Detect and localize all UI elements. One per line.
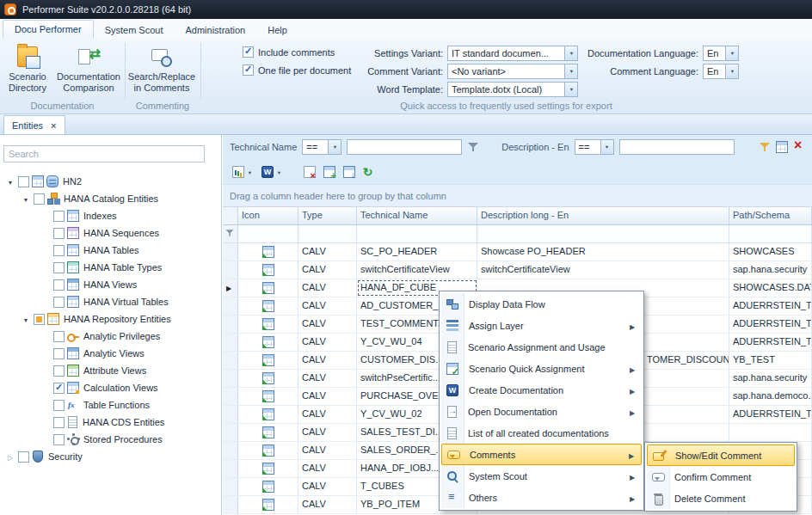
checkbox[interactable] <box>53 297 65 308</box>
close-icon[interactable]: × <box>51 120 56 131</box>
table-row[interactable]: CALVSC_PO_HEADERShowcase PO_HEADERSHOWCA… <box>223 243 812 261</box>
scenario-directory-button[interactable]: ScenarioDirectory <box>2 43 53 97</box>
menu-item-comments[interactable]: Comments <box>441 444 642 465</box>
tree-item-calculation-views[interactable]: Calculation Views <box>0 379 221 396</box>
column-header-path-schema[interactable]: Path/Schema <box>729 207 812 224</box>
column-header-description[interactable]: Description long - En <box>477 207 729 224</box>
apply-filter-button[interactable] <box>759 141 771 153</box>
expander-icon[interactable] <box>21 314 31 324</box>
one-file-per-document-checkbox[interactable]: One file per document <box>243 64 351 76</box>
chevron-down-icon[interactable] <box>725 64 738 78</box>
tree-item-hana-table-types[interactable]: HANA Table Types <box>0 259 221 276</box>
chevron-down-icon[interactable] <box>600 140 613 154</box>
checkbox[interactable] <box>53 417 65 428</box>
filter-cell[interactable] <box>238 225 298 242</box>
search-input[interactable] <box>3 145 205 162</box>
checkbox-icon[interactable] <box>243 64 254 76</box>
filter-cell[interactable] <box>298 225 357 242</box>
menu-item-display-data-flow[interactable]: Display Data Flow <box>441 293 642 315</box>
checkbox[interactable] <box>53 228 65 239</box>
submenu-item-show-edit-comment[interactable]: Show/Edit Comment <box>647 444 795 466</box>
menu-item-others[interactable]: Others <box>441 487 642 508</box>
column-header-technical-name[interactable]: Technical Name <box>357 207 477 224</box>
filter-cell[interactable] <box>357 225 477 242</box>
checkbox-icon[interactable] <box>243 46 254 58</box>
expander-icon[interactable] <box>5 451 15 462</box>
tree-item-hana-views[interactable]: HANA Views <box>0 276 221 293</box>
word-template-select[interactable]: Template.dotx (Local) <box>447 82 578 97</box>
tab-administration[interactable]: Administration <box>175 21 257 39</box>
tree-item-hana-tables[interactable]: HANA Tables <box>0 242 221 259</box>
filter-cell[interactable] <box>477 225 729 242</box>
filter-cell[interactable] <box>729 225 812 242</box>
checkbox[interactable] <box>53 365 65 377</box>
chevron-down-icon[interactable] <box>246 167 254 177</box>
checkbox[interactable] <box>53 262 65 273</box>
search-replace-comments-button[interactable]: Search/Replacein Comments <box>127 43 196 97</box>
menu-item-create-documentation[interactable]: Create Documentation <box>441 379 642 401</box>
column-header-icon[interactable]: Icon <box>238 207 298 224</box>
tree-item-analytic-views[interactable]: Analytic Views <box>0 345 221 362</box>
checkbox[interactable] <box>53 245 65 256</box>
remove-document-button[interactable] <box>301 163 318 181</box>
documentation-comparison-button[interactable]: DocumentationComparison <box>55 43 122 97</box>
tree-item-hana-cds-entities[interactable]: HANA CDS Entities <box>0 414 221 431</box>
checkbox[interactable] <box>53 400 65 411</box>
checkbox[interactable] <box>53 279 65 291</box>
checkbox[interactable] <box>53 331 65 342</box>
refresh-button[interactable] <box>360 163 378 181</box>
layout-settings-button[interactable] <box>776 141 788 153</box>
tree-item-hn2[interactable]: HN2 <box>0 173 221 190</box>
table-row[interactable]: CALVswitchCertificateViewswitchCertifica… <box>223 261 812 279</box>
submenu-item-delete-comment[interactable]: Delete Comment <box>647 487 795 509</box>
description-filter-input[interactable] <box>619 139 735 155</box>
tab-entities[interactable]: Entities × <box>3 115 65 134</box>
chevron-down-icon[interactable] <box>725 46 738 60</box>
export-grid-button[interactable] <box>341 163 358 181</box>
export-report-button[interactable] <box>230 163 256 181</box>
checkbox[interactable] <box>53 383 65 394</box>
chevron-down-icon[interactable] <box>275 167 283 177</box>
expander-icon[interactable] <box>5 176 15 187</box>
chevron-down-icon[interactable] <box>564 83 577 96</box>
checkbox[interactable] <box>18 451 29 463</box>
clear-filter-button[interactable] <box>793 141 805 153</box>
include-comments-checkbox[interactable]: Include comments <box>243 46 335 58</box>
tree-item-hana-sequences[interactable]: HANA Sequences <box>0 224 221 242</box>
tree-item-hana-repository-entities[interactable]: HANA Repository Entities <box>0 310 221 328</box>
technical-name-operator-select[interactable]: == <box>302 139 341 155</box>
filter-options-icon[interactable] <box>467 141 479 153</box>
tree-item-indexes[interactable]: Indexes <box>0 207 221 224</box>
menu-item-scenario-assignment[interactable]: Scenario Assignment and Usage <box>441 336 642 358</box>
tree-item-table-functions[interactable]: Table Functions <box>0 396 221 414</box>
menu-item-system-scout[interactable]: System Scout <box>441 465 642 487</box>
tree-item-attribute-views[interactable]: Attribute Views <box>0 362 221 379</box>
expander-icon[interactable] <box>21 193 31 204</box>
tree-item-hana-virtual-tables[interactable]: HANA Virtual Tables <box>0 293 221 310</box>
menu-item-list-of-documentations[interactable]: List of all created documentations <box>441 422 642 444</box>
checkbox[interactable] <box>53 211 65 222</box>
tree-item-security[interactable]: Security <box>0 448 221 465</box>
column-header-type[interactable]: Type <box>298 207 357 224</box>
menu-item-scenario-quick-assignment[interactable]: Scenario Quick Assignment <box>441 358 642 379</box>
add-to-list-button[interactable] <box>321 163 338 181</box>
tree-item-analytic-privileges[interactable]: Analytic Privileges <box>0 328 221 345</box>
chevron-down-icon[interactable] <box>328 140 341 154</box>
tab-system-scout[interactable]: System Scout <box>94 21 175 39</box>
menu-item-assign-layer[interactable]: Assign Layer <box>441 315 642 336</box>
checkbox[interactable] <box>34 193 45 205</box>
tab-help[interactable]: Help <box>256 21 298 39</box>
checkbox[interactable] <box>34 314 45 325</box>
checkbox[interactable] <box>53 434 65 445</box>
settings-variant-select[interactable]: IT standard documen... <box>447 46 578 61</box>
checkbox[interactable] <box>18 176 29 187</box>
tree-item-stored-procedures[interactable]: Stored Procedures <box>0 431 221 448</box>
export-word-button[interactable] <box>259 163 286 181</box>
submenu-item-confirm-comment[interactable]: Confirm Comment <box>647 466 795 487</box>
comment-variant-select[interactable]: <No variant> <box>447 64 578 79</box>
documentation-language-select[interactable]: En <box>703 46 739 61</box>
checkbox[interactable] <box>53 348 65 359</box>
tab-docu-performer[interactable]: Docu Performer <box>3 20 94 39</box>
comment-language-select[interactable]: En <box>703 64 739 79</box>
technical-name-filter-input[interactable] <box>347 139 462 155</box>
